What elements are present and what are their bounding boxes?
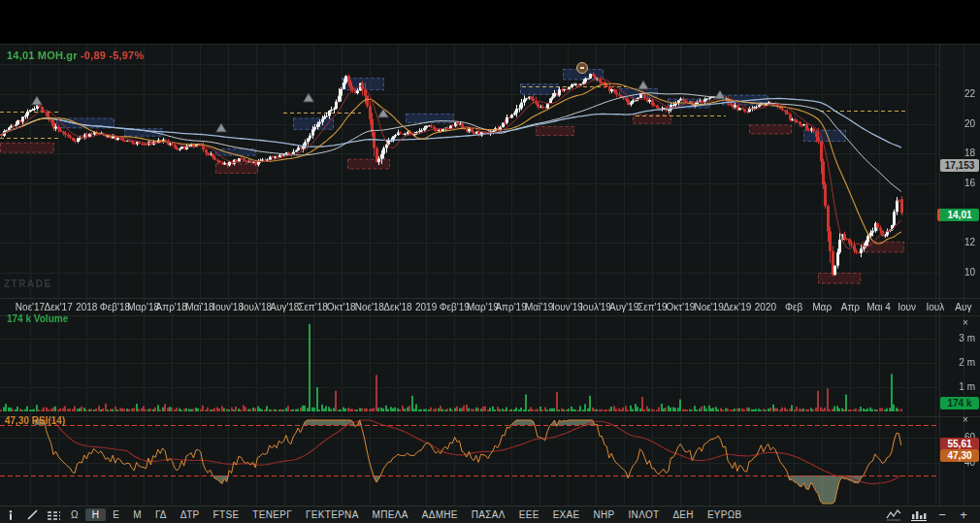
- watchlist-tabs: ΩΗΕΜΓΔΔΤΡFTSEΤΕΝΕΡΓΓΕΚΤΕΡΝΑΜΠΕΛΑΑΔΜΗΕΠΑΣ…: [64, 507, 749, 522]
- zoom-out-button[interactable]: −: [933, 508, 951, 522]
- toolbar-tab-ινλοτ[interactable]: ΙΝΛΟΤ: [622, 508, 667, 521]
- toolbar-tab-δεη[interactable]: ΔΕΗ: [666, 508, 700, 521]
- price-chart-canvas[interactable]: [0, 0, 980, 523]
- toolbar-tab-εεε[interactable]: ΕΕΕ: [512, 508, 546, 521]
- indicator-list-icon[interactable]: [43, 507, 64, 522]
- toolbar-tab-νηρ[interactable]: ΝΗΡ: [587, 508, 622, 521]
- toolbar-right-controls: − +: [883, 507, 980, 522]
- toolbar-tab-μ[interactable]: Μ: [126, 508, 148, 521]
- toolbar-tab-γεκτερνα[interactable]: ΓΕΚΤΕΡΝΑ: [299, 508, 366, 521]
- trading-chart-app: 14,01 MOH.gr -0,89 -5,97% ZTRADE 174 k V…: [0, 0, 980, 523]
- toolbar-tab-ε[interactable]: Ε: [106, 508, 126, 521]
- toolbar-tab-μπελα[interactable]: ΜΠΕΛΑ: [366, 508, 415, 521]
- toolbar-tab-η[interactable]: Η: [85, 508, 107, 521]
- bar-chart-style-icon[interactable]: [908, 507, 930, 522]
- toolbar-tab-ftse[interactable]: FTSE: [207, 508, 246, 521]
- toolbar-tab-τενεργ[interactable]: ΤΕΝΕΡΓ: [245, 508, 299, 521]
- toolbar-tab-ω[interactable]: Ω: [64, 508, 85, 521]
- bottom-toolbar: ΩΗΕΜΓΔΔΤΡFTSEΤΕΝΕΡΓΓΕΚΤΕΡΝΑΜΠΕΛΑΑΔΜΗΕΠΑΣ…: [0, 506, 980, 523]
- zoom-in-button[interactable]: +: [955, 508, 972, 522]
- info-icon[interactable]: [0, 507, 21, 522]
- toolbar-tab-ευρωβ[interactable]: ΕΥΡΩΒ: [701, 508, 749, 521]
- line-chart-style-icon[interactable]: [883, 507, 904, 522]
- toolbar-tab-πασαλ[interactable]: ΠΑΣΑΛ: [465, 508, 512, 521]
- toolbar-tab-δτρ[interactable]: ΔΤΡ: [174, 508, 207, 521]
- toolbar-tab-γδ[interactable]: ΓΔ: [148, 508, 174, 521]
- toolbar-tab-εχαε[interactable]: ΕΧΑΕ: [546, 508, 587, 521]
- volume-panel-close-button[interactable]: ×: [960, 317, 971, 329]
- draw-tool-icon[interactable]: [21, 507, 43, 522]
- rsi-panel-close-button[interactable]: ×: [960, 414, 971, 426]
- toolbar-tab-αδμηε[interactable]: ΑΔΜΗΕ: [415, 508, 465, 521]
